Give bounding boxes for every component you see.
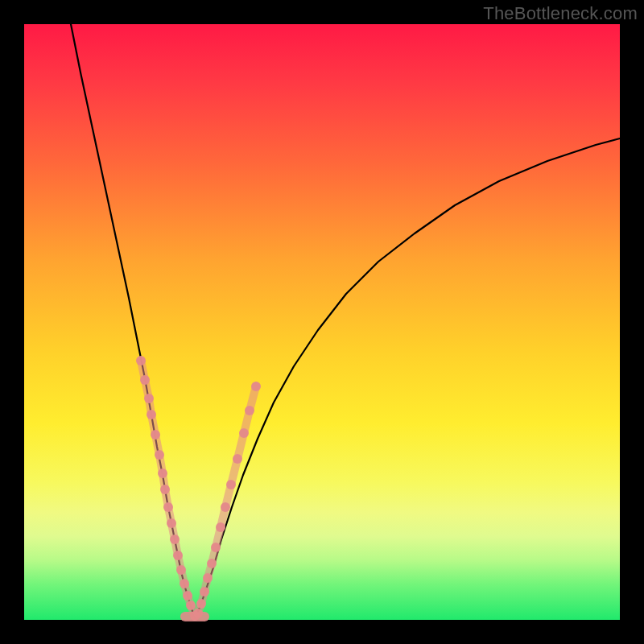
svg-point-50	[211, 543, 221, 552]
svg-point-49	[207, 559, 217, 568]
svg-point-57	[251, 382, 261, 391]
bead-group	[136, 356, 261, 621]
svg-point-31	[147, 410, 156, 419]
svg-point-34	[158, 469, 167, 478]
svg-point-32	[151, 430, 160, 440]
svg-point-30	[144, 394, 154, 403]
chart-frame: TheBottleneck.com	[0, 0, 644, 644]
svg-point-51	[216, 522, 225, 532]
svg-point-52	[221, 502, 230, 512]
chart-plot-area	[24, 24, 620, 620]
svg-point-35	[160, 485, 170, 494]
svg-point-40	[176, 565, 186, 575]
curve-group	[71, 24, 620, 618]
svg-point-36	[163, 502, 173, 512]
svg-point-43	[186, 601, 196, 610]
svg-point-48	[203, 573, 213, 583]
svg-point-56	[245, 406, 254, 415]
svg-point-33	[155, 450, 164, 460]
svg-point-53	[226, 480, 236, 489]
svg-point-46	[196, 599, 206, 609]
watermark-text: TheBottleneck.com	[483, 3, 638, 24]
svg-point-42	[183, 591, 192, 601]
svg-point-39	[173, 551, 183, 560]
svg-point-55	[239, 428, 249, 438]
svg-point-29	[140, 375, 150, 385]
svg-point-28	[136, 356, 146, 365]
svg-point-37	[167, 518, 176, 528]
svg-point-47	[200, 587, 209, 597]
svg-point-41	[180, 579, 189, 588]
svg-point-38	[170, 535, 180, 544]
chart-svg	[24, 24, 620, 620]
svg-point-54	[233, 454, 242, 464]
